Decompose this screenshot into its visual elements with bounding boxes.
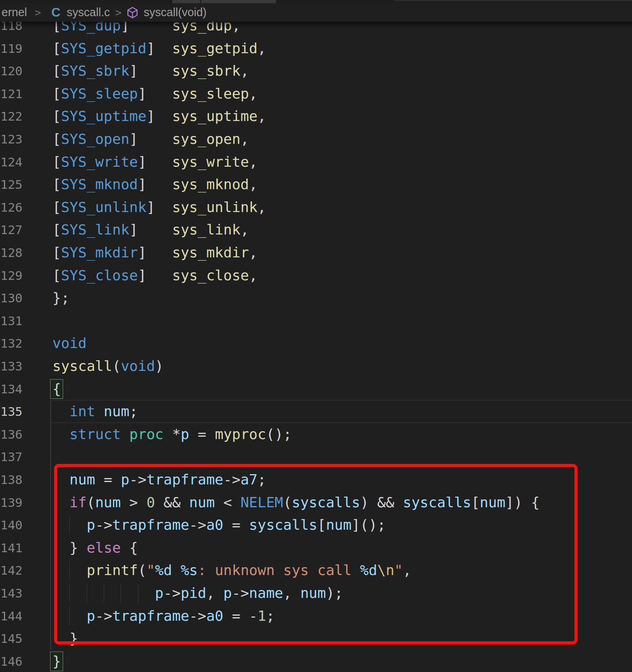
scope-indent-guide <box>50 582 51 605</box>
scope-indent-guide <box>50 491 51 514</box>
gutter-line-number[interactable]: 138 <box>0 468 22 491</box>
chevron-right-icon: > <box>35 7 41 19</box>
tab-bar-strip <box>0 0 632 3</box>
code-line[interactable]: 128[SYS_mkdir] sys_mkdir, <box>0 241 632 264</box>
code-text[interactable]: void <box>52 332 87 355</box>
header-shadow <box>0 22 632 28</box>
code-text[interactable]: } <box>52 650 61 672</box>
code-line[interactable]: 129[SYS_close] sys_close, <box>0 264 632 287</box>
scope-indent-guide <box>50 536 51 559</box>
code-line[interactable]: 119[SYS_getpid] sys_getpid, <box>0 37 632 60</box>
scope-indent-guide <box>50 514 51 536</box>
gutter-line-number[interactable]: 127 <box>0 218 22 241</box>
breadcrumb-folder[interactable]: ernel <box>2 6 27 19</box>
code-line[interactable]: 136 struct proc *p = myproc(); <box>0 423 632 446</box>
gutter-line-number[interactable]: 135 <box>0 400 22 423</box>
code-line[interactable]: 132void <box>0 332 632 355</box>
gutter-line-number[interactable]: 121 <box>0 82 22 105</box>
annotation-red-box <box>54 464 578 644</box>
gutter-line-number[interactable]: 136 <box>0 423 22 446</box>
code-text[interactable]: [SYS_close] sys_close, <box>52 264 257 287</box>
vscode-editor-window: 118[SYS_dup] sys_dup,119[SYS_getpid] sys… <box>0 0 632 672</box>
c-language-icon: C <box>51 5 60 20</box>
code-text[interactable]: [SYS_mkdir] sys_mkdir, <box>52 241 257 264</box>
breadcrumb-symbol[interactable]: syscall(void) <box>144 6 207 19</box>
code-line[interactable]: 127[SYS_link] sys_link, <box>0 218 632 241</box>
gutter-line-number[interactable]: 126 <box>0 196 22 219</box>
gutter-line-number[interactable]: 130 <box>0 287 22 309</box>
breadcrumb-file[interactable]: syscall.c <box>67 6 110 19</box>
gutter-line-number[interactable]: 137 <box>0 445 22 468</box>
current-line-highlight <box>51 400 632 423</box>
code-line[interactable]: 130}; <box>0 287 632 309</box>
code-text[interactable]: int num; <box>52 400 138 423</box>
gutter-line-number[interactable]: 145 <box>0 627 22 650</box>
code-text[interactable]: [SYS_open] sys_open, <box>52 128 249 151</box>
gutter-line-number[interactable]: 129 <box>0 264 22 287</box>
gutter-line-number[interactable]: 139 <box>0 491 22 514</box>
gutter-line-number[interactable]: 133 <box>0 355 22 378</box>
code-text[interactable]: [SYS_sbrk] sys_sbrk, <box>52 60 249 82</box>
code-line[interactable]: 134{ <box>0 378 632 400</box>
gutter-line-number[interactable]: 132 <box>0 332 22 355</box>
scope-indent-guide <box>50 423 51 446</box>
code-line[interactable]: 121[SYS_sleep] sys_sleep, <box>0 82 632 105</box>
gutter-line-number[interactable]: 131 <box>0 309 22 332</box>
scope-indent-guide <box>50 605 51 627</box>
code-line[interactable]: 125[SYS_mknod] sys_mknod, <box>0 173 632 196</box>
scope-indent-guide <box>50 468 51 491</box>
code-line[interactable]: 135 int num; <box>0 400 632 423</box>
tab-segment <box>172 0 276 3</box>
gutter-line-number[interactable]: 128 <box>0 241 22 264</box>
gutter-line-number[interactable]: 140 <box>0 514 22 536</box>
code-line[interactable]: 124[SYS_write] sys_write, <box>0 151 632 173</box>
gutter-line-number[interactable]: 143 <box>0 582 22 605</box>
code-text[interactable]: syscall(void) <box>52 355 164 378</box>
code-line[interactable]: 146} <box>0 650 632 672</box>
gutter-line-number[interactable]: 134 <box>0 378 22 400</box>
code-text[interactable]: [SYS_mknod] sys_mknod, <box>52 173 257 196</box>
symbol-method-icon <box>127 6 138 19</box>
code-text[interactable]: [SYS_uptime] sys_uptime, <box>52 105 266 128</box>
code-text[interactable]: [SYS_write] sys_write, <box>52 151 257 173</box>
gutter-line-number[interactable]: 119 <box>0 37 22 60</box>
gutter-line-number[interactable]: 141 <box>0 536 22 559</box>
gutter-line-number[interactable]: 120 <box>0 60 22 82</box>
breadcrumb: ernel > C syscall.c > syscall(void) <box>0 3 632 22</box>
tab-bar-edge <box>394 0 632 1</box>
code-line[interactable]: 123[SYS_open] sys_open, <box>0 128 632 151</box>
gutter-line-number[interactable]: 124 <box>0 151 22 173</box>
code-text[interactable]: [SYS_getpid] sys_getpid, <box>52 37 266 60</box>
code-line[interactable]: 122[SYS_uptime] sys_uptime, <box>0 105 632 128</box>
code-text[interactable]: { <box>52 378 61 400</box>
code-text[interactable]: struct proc *p = myproc(); <box>52 423 292 446</box>
code-line[interactable]: 120[SYS_sbrk] sys_sbrk, <box>0 60 632 82</box>
code-line[interactable]: 131 <box>0 309 632 332</box>
scope-indent-guide <box>50 400 51 423</box>
code-text[interactable]: [SYS_sleep] sys_sleep, <box>52 82 257 105</box>
scope-indent-guide <box>50 559 51 582</box>
gutter-line-number[interactable]: 125 <box>0 173 22 196</box>
scope-indent-guide <box>50 445 51 468</box>
code-text[interactable]: [SYS_unlink] sys_unlink, <box>52 196 266 219</box>
gutter-line-number[interactable]: 146 <box>0 650 22 672</box>
scope-indent-guide <box>50 627 51 650</box>
tab-divider <box>200 0 201 3</box>
gutter-line-number[interactable]: 144 <box>0 605 22 627</box>
gutter-line-number[interactable]: 123 <box>0 128 22 151</box>
code-line[interactable]: 133syscall(void) <box>0 355 632 378</box>
code-text[interactable]: }; <box>52 287 69 309</box>
gutter-line-number[interactable]: 142 <box>0 559 22 582</box>
code-line[interactable]: 126[SYS_unlink] sys_unlink, <box>0 196 632 219</box>
gutter-line-number[interactable]: 122 <box>0 105 22 128</box>
chevron-right-icon: > <box>116 7 122 19</box>
code-text[interactable]: [SYS_link] sys_link, <box>52 218 249 241</box>
